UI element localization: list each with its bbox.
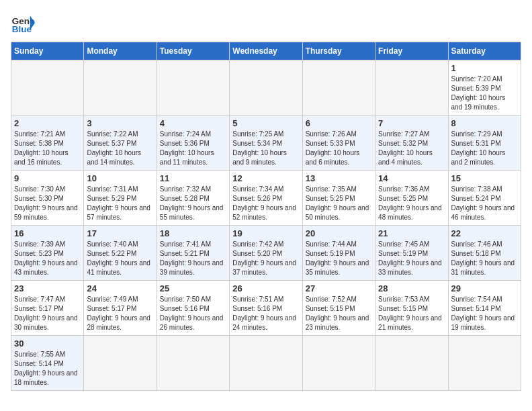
calendar-day-cell: 2Sunrise: 7:21 AM Sunset: 5:38 PM Daylig… xyxy=(11,116,84,171)
day-info: Sunrise: 7:49 AM Sunset: 5:17 PM Dayligh… xyxy=(87,295,153,332)
calendar-week-row: 9Sunrise: 7:30 AM Sunset: 5:30 PM Daylig… xyxy=(11,171,521,226)
calendar-day-cell: 27Sunrise: 7:52 AM Sunset: 5:15 PM Dayli… xyxy=(302,281,375,336)
calendar-week-row: 16Sunrise: 7:39 AM Sunset: 5:23 PM Dayli… xyxy=(11,226,521,281)
day-number: 20 xyxy=(306,228,372,238)
day-number: 3 xyxy=(87,118,153,128)
day-info: Sunrise: 7:35 AM Sunset: 5:25 PM Dayligh… xyxy=(306,185,372,222)
calendar-day-cell: 12Sunrise: 7:34 AM Sunset: 5:26 PM Dayli… xyxy=(230,171,302,226)
day-info: Sunrise: 7:24 AM Sunset: 5:36 PM Dayligh… xyxy=(160,130,226,167)
calendar-week-row: 2Sunrise: 7:21 AM Sunset: 5:38 PM Daylig… xyxy=(11,116,521,171)
calendar-day-cell: 15Sunrise: 7:38 AM Sunset: 5:24 PM Dayli… xyxy=(448,171,521,226)
calendar-day-cell: 7Sunrise: 7:27 AM Sunset: 5:32 PM Daylig… xyxy=(375,116,448,171)
day-info: Sunrise: 7:40 AM Sunset: 5:22 PM Dayligh… xyxy=(87,240,153,277)
day-info: Sunrise: 7:30 AM Sunset: 5:30 PM Dayligh… xyxy=(14,185,81,222)
day-info: Sunrise: 7:20 AM Sunset: 5:39 PM Dayligh… xyxy=(451,75,518,112)
calendar-day-cell: 29Sunrise: 7:54 AM Sunset: 5:14 PM Dayli… xyxy=(448,281,521,336)
logo-icon: General Blue xyxy=(11,11,35,35)
day-info: Sunrise: 7:52 AM Sunset: 5:15 PM Dayligh… xyxy=(306,295,372,332)
calendar-day-cell: 28Sunrise: 7:53 AM Sunset: 5:15 PM Dayli… xyxy=(375,281,448,336)
day-info: Sunrise: 7:42 AM Sunset: 5:20 PM Dayligh… xyxy=(232,240,299,277)
day-number: 30 xyxy=(14,338,81,349)
calendar-day-cell xyxy=(157,60,229,116)
day-info: Sunrise: 7:34 AM Sunset: 5:26 PM Dayligh… xyxy=(232,185,299,222)
weekday-header-cell: Tuesday xyxy=(157,42,229,60)
day-info: Sunrise: 7:32 AM Sunset: 5:28 PM Dayligh… xyxy=(160,185,226,222)
page-header: General Blue xyxy=(11,11,521,35)
calendar-day-cell: 1Sunrise: 7:20 AM Sunset: 5:39 PM Daylig… xyxy=(448,60,521,116)
day-number: 1 xyxy=(451,63,518,73)
day-number: 29 xyxy=(451,283,518,293)
svg-text:Blue: Blue xyxy=(12,24,32,34)
day-number: 27 xyxy=(306,283,372,293)
weekday-header-cell: Monday xyxy=(84,42,157,60)
calendar-day-cell: 23Sunrise: 7:47 AM Sunset: 5:17 PM Dayli… xyxy=(11,281,84,336)
day-number: 26 xyxy=(232,283,299,293)
calendar-body: 1Sunrise: 7:20 AM Sunset: 5:39 PM Daylig… xyxy=(11,60,521,391)
day-info: Sunrise: 7:46 AM Sunset: 5:18 PM Dayligh… xyxy=(451,240,518,277)
day-info: Sunrise: 7:47 AM Sunset: 5:17 PM Dayligh… xyxy=(14,295,81,332)
day-info: Sunrise: 7:36 AM Sunset: 5:25 PM Dayligh… xyxy=(378,185,445,222)
calendar-day-cell xyxy=(11,60,84,116)
calendar-day-cell xyxy=(230,60,302,116)
day-number: 19 xyxy=(232,228,299,238)
calendar-day-cell: 26Sunrise: 7:51 AM Sunset: 5:16 PM Dayli… xyxy=(230,281,302,336)
day-number: 12 xyxy=(232,173,299,183)
day-number: 8 xyxy=(451,118,518,128)
day-number: 5 xyxy=(232,118,299,128)
calendar-day-cell: 14Sunrise: 7:36 AM Sunset: 5:25 PM Dayli… xyxy=(375,171,448,226)
day-number: 16 xyxy=(14,228,81,238)
calendar-day-cell: 25Sunrise: 7:50 AM Sunset: 5:16 PM Dayli… xyxy=(157,281,229,336)
calendar-day-cell: 10Sunrise: 7:31 AM Sunset: 5:29 PM Dayli… xyxy=(84,171,157,226)
day-info: Sunrise: 7:38 AM Sunset: 5:24 PM Dayligh… xyxy=(451,185,518,222)
day-info: Sunrise: 7:55 AM Sunset: 5:14 PM Dayligh… xyxy=(14,350,81,387)
day-number: 24 xyxy=(87,283,153,293)
day-info: Sunrise: 7:21 AM Sunset: 5:38 PM Dayligh… xyxy=(14,130,81,167)
calendar-day-cell: 4Sunrise: 7:24 AM Sunset: 5:36 PM Daylig… xyxy=(157,116,229,171)
calendar-table: SundayMondayTuesdayWednesdayThursdayFrid… xyxy=(11,42,521,391)
day-number: 17 xyxy=(87,228,153,238)
weekday-header-cell: Thursday xyxy=(302,42,375,60)
day-number: 18 xyxy=(160,228,226,238)
calendar-day-cell: 6Sunrise: 7:26 AM Sunset: 5:33 PM Daylig… xyxy=(302,116,375,171)
day-info: Sunrise: 7:26 AM Sunset: 5:33 PM Dayligh… xyxy=(306,130,372,167)
day-info: Sunrise: 7:53 AM Sunset: 5:15 PM Dayligh… xyxy=(378,295,445,332)
calendar-day-cell: 24Sunrise: 7:49 AM Sunset: 5:17 PM Dayli… xyxy=(84,281,157,336)
day-info: Sunrise: 7:54 AM Sunset: 5:14 PM Dayligh… xyxy=(451,295,518,332)
calendar-day-cell: 22Sunrise: 7:46 AM Sunset: 5:18 PM Dayli… xyxy=(448,226,521,281)
calendar-day-cell: 16Sunrise: 7:39 AM Sunset: 5:23 PM Dayli… xyxy=(11,226,84,281)
day-info: Sunrise: 7:45 AM Sunset: 5:19 PM Dayligh… xyxy=(378,240,445,277)
calendar-day-cell: 17Sunrise: 7:40 AM Sunset: 5:22 PM Dayli… xyxy=(84,226,157,281)
calendar-week-row: 1Sunrise: 7:20 AM Sunset: 5:39 PM Daylig… xyxy=(11,60,521,116)
calendar-day-cell xyxy=(302,60,375,116)
day-number: 10 xyxy=(87,173,153,183)
day-number: 14 xyxy=(378,173,445,183)
day-number: 15 xyxy=(451,173,518,183)
day-info: Sunrise: 7:31 AM Sunset: 5:29 PM Dayligh… xyxy=(87,185,153,222)
day-info: Sunrise: 7:51 AM Sunset: 5:16 PM Dayligh… xyxy=(232,295,299,332)
day-number: 7 xyxy=(378,118,445,128)
day-number: 23 xyxy=(14,283,81,293)
day-number: 22 xyxy=(451,228,518,238)
weekday-header-row: SundayMondayTuesdayWednesdayThursdayFrid… xyxy=(11,42,521,60)
day-info: Sunrise: 7:22 AM Sunset: 5:37 PM Dayligh… xyxy=(87,130,153,167)
calendar-day-cell: 19Sunrise: 7:42 AM Sunset: 5:20 PM Dayli… xyxy=(230,226,302,281)
day-info: Sunrise: 7:41 AM Sunset: 5:21 PM Dayligh… xyxy=(160,240,226,277)
day-number: 6 xyxy=(306,118,372,128)
logo: General Blue xyxy=(11,11,35,35)
day-info: Sunrise: 7:25 AM Sunset: 5:34 PM Dayligh… xyxy=(232,130,299,167)
calendar-day-cell xyxy=(84,336,157,391)
day-info: Sunrise: 7:29 AM Sunset: 5:31 PM Dayligh… xyxy=(451,130,518,167)
weekday-header-cell: Wednesday xyxy=(230,42,302,60)
day-info: Sunrise: 7:50 AM Sunset: 5:16 PM Dayligh… xyxy=(160,295,226,332)
calendar-day-cell: 13Sunrise: 7:35 AM Sunset: 5:25 PM Dayli… xyxy=(302,171,375,226)
calendar-day-cell: 11Sunrise: 7:32 AM Sunset: 5:28 PM Dayli… xyxy=(157,171,229,226)
day-number: 9 xyxy=(14,173,81,183)
calendar-day-cell: 5Sunrise: 7:25 AM Sunset: 5:34 PM Daylig… xyxy=(230,116,302,171)
calendar-day-cell: 9Sunrise: 7:30 AM Sunset: 5:30 PM Daylig… xyxy=(11,171,84,226)
calendar-day-cell xyxy=(375,60,448,116)
calendar-day-cell xyxy=(84,60,157,116)
day-number: 25 xyxy=(160,283,226,293)
calendar-day-cell: 30Sunrise: 7:55 AM Sunset: 5:14 PM Dayli… xyxy=(11,336,84,391)
calendar-day-cell: 18Sunrise: 7:41 AM Sunset: 5:21 PM Dayli… xyxy=(157,226,229,281)
calendar-day-cell xyxy=(375,336,448,391)
